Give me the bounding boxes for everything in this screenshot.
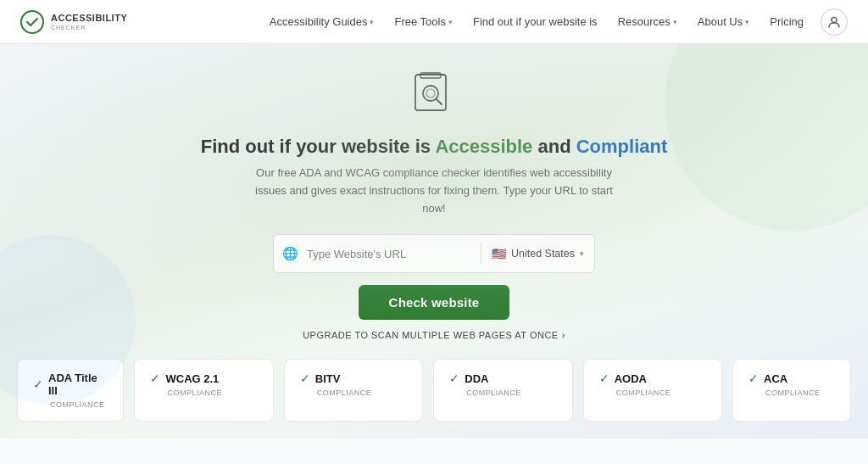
- card-subtitle-aoda: COMPLIANCE: [616, 389, 706, 397]
- check-website-button[interactable]: Check website: [359, 285, 510, 320]
- card-title-aca: ACA: [764, 372, 787, 385]
- check-icon: ✓: [150, 372, 160, 385]
- hero-title-accessible: Accessible: [435, 136, 532, 157]
- card-header-aca: ✓ ACA: [748, 372, 835, 385]
- logo-icon: [20, 10, 44, 34]
- hero-title-and: and: [537, 136, 576, 157]
- chevron-down-icon: ▾: [745, 18, 749, 26]
- country-selector[interactable]: 🇺🇸 United States ▾: [481, 247, 594, 260]
- upgrade-link[interactable]: UPGRADE TO SCAN MULTIPLE WEB PAGES AT ON…: [303, 330, 565, 340]
- card-title-ada: ADA Title III: [48, 372, 108, 397]
- nav-label-free-tools: Free Tools: [394, 15, 445, 28]
- chevron-down-icon: ▾: [370, 18, 374, 26]
- check-icon: ✓: [599, 372, 609, 385]
- nav-label-accessibility-guides: Accessibility Guides: [270, 15, 368, 28]
- svg-point-1: [832, 17, 837, 22]
- nav-label-resources: Resources: [618, 15, 670, 28]
- svg-point-5: [426, 89, 435, 98]
- url-input[interactable]: [307, 248, 481, 260]
- card-title-aoda: AODA: [615, 372, 647, 385]
- logo-subtitle: CHECKER: [51, 25, 127, 31]
- chevron-down-icon: ▾: [448, 18, 453, 26]
- check-icon: ✓: [449, 372, 459, 385]
- card-subtitle-wcag: COMPLIANCE: [167, 389, 257, 397]
- nav-label-about-us: About Us: [698, 15, 743, 28]
- nav-label-services: Find out if your website is: [473, 15, 598, 28]
- nav-item-about-us[interactable]: About Us ▾: [689, 10, 758, 33]
- svg-point-0: [21, 11, 43, 33]
- nav-item-resources[interactable]: Resources ▾: [609, 10, 686, 33]
- card-title-wcag: WCAG 2.1: [165, 372, 219, 385]
- compliance-card-bitv: ✓ BITV COMPLIANCE: [284, 359, 423, 422]
- card-subtitle-bitv: COMPLIANCE: [317, 389, 407, 397]
- logo[interactable]: ACCESSIBILITY CHECKER: [20, 10, 127, 34]
- user-account-button[interactable]: [821, 8, 848, 36]
- svg-rect-3: [420, 73, 441, 78]
- compliance-card-dda: ✓ DDA COMPLIANCE: [433, 359, 572, 422]
- card-header-dda: ✓ DDA: [449, 372, 556, 385]
- card-subtitle-ada: COMPLIANCE: [50, 400, 108, 409]
- compliance-cards-row: ✓ ADA Title III COMPLIANCE ✓ WCAG 2.1 CO…: [17, 359, 851, 422]
- card-header-aoda: ✓ AODA: [599, 372, 706, 385]
- logo-title: ACCESSIBILITY: [51, 13, 127, 24]
- hero-title-prefix: Find out if your website is: [201, 136, 436, 157]
- compliance-card-wcag: ✓ WCAG 2.1 COMPLIANCE: [134, 359, 273, 422]
- url-search-bar: 🌐 🇺🇸 United States ▾: [273, 234, 595, 273]
- nav-links: Accessibility Guides ▾ Free Tools ▾ Find…: [261, 8, 848, 36]
- chevron-down-icon: ▾: [580, 249, 584, 258]
- compliance-card-aoda: ✓ AODA COMPLIANCE: [583, 359, 722, 422]
- upgrade-text: UPGRADE TO SCAN MULTIPLE WEB PAGES AT ON…: [303, 330, 559, 340]
- country-label: United States: [511, 248, 575, 260]
- nav-item-accessibility-guides[interactable]: Accessibility Guides ▾: [261, 10, 383, 33]
- check-icon: ✓: [300, 372, 310, 385]
- check-icon: ✓: [33, 377, 43, 391]
- card-subtitle-dda: COMPLIANCE: [466, 389, 556, 397]
- compliance-card-aca: ✓ ACA COMPLIANCE: [732, 359, 851, 422]
- nav-item-free-tools[interactable]: Free Tools ▾: [386, 10, 460, 33]
- hero-title: Find out if your website is Accessible a…: [201, 136, 668, 158]
- hero-icon: [409, 70, 459, 124]
- hero-section: Find out if your website is Accessible a…: [0, 44, 868, 439]
- globe-icon: 🌐: [274, 246, 307, 261]
- bg-decoration-1: [665, 44, 868, 231]
- nav-label-pricing: Pricing: [770, 15, 804, 28]
- card-header-ada: ✓ ADA Title III: [33, 372, 108, 397]
- chevron-right-icon: ›: [562, 330, 565, 340]
- us-flag-icon: 🇺🇸: [492, 247, 506, 260]
- chevron-down-icon: ▾: [673, 18, 677, 26]
- card-title-dda: DDA: [465, 372, 488, 385]
- nav-item-pricing[interactable]: Pricing: [761, 10, 812, 33]
- card-subtitle-aca: COMPLIANCE: [765, 389, 835, 397]
- navbar: ACCESSIBILITY CHECKER Accessibility Guid…: [0, 0, 868, 44]
- card-header-wcag: ✓ WCAG 2.1: [150, 372, 257, 385]
- nav-item-services[interactable]: Find out if your website is: [465, 10, 606, 33]
- user-icon: [827, 15, 841, 29]
- check-icon: ✓: [748, 372, 759, 385]
- compliance-card-ada: ✓ ADA Title III COMPLIANCE: [17, 359, 124, 422]
- hero-subtitle: Our free ADA and WCAG compliance checker…: [248, 165, 620, 217]
- card-title-bitv: BITV: [315, 372, 341, 385]
- hero-title-compliant: Compliant: [576, 136, 668, 157]
- card-header-bitv: ✓ BITV: [300, 372, 407, 385]
